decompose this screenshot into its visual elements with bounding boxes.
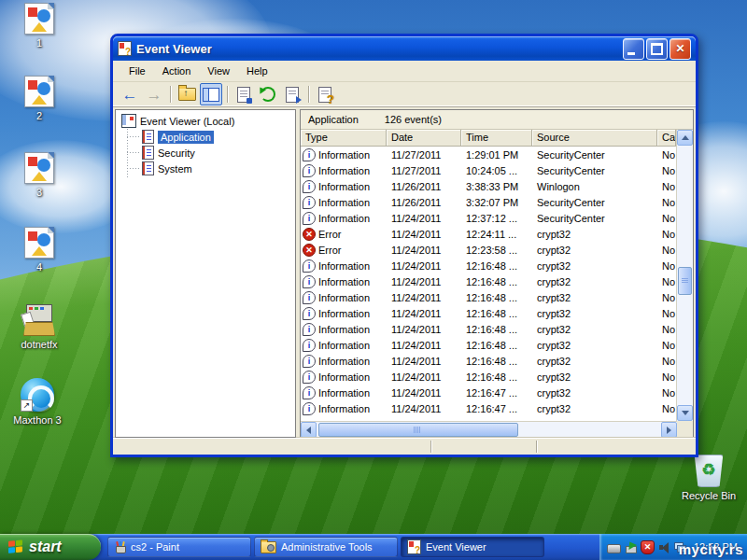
cell-source: crypt32 bbox=[532, 324, 657, 335]
usb-storage-icon[interactable] bbox=[625, 541, 637, 553]
desktop-icon-maxthon[interactable]: ↗ Maxthon 3 bbox=[8, 378, 66, 426]
forward-button[interactable]: → bbox=[143, 83, 165, 105]
cell-source: crypt32 bbox=[532, 403, 657, 414]
maximize-button[interactable] bbox=[646, 38, 668, 60]
scroll-down-button[interactable] bbox=[677, 405, 693, 421]
table-row[interactable]: iInformation11/24/201112:16:48 ...crypt3… bbox=[301, 353, 676, 369]
table-row[interactable]: iInformation11/24/201112:16:48 ...crypt3… bbox=[301, 337, 676, 353]
column-header-time[interactable]: Time bbox=[461, 130, 532, 147]
desktop-icon-1[interactable]: 1 bbox=[10, 3, 68, 49]
table-row[interactable]: ✕Error11/24/201112:24:11 ...crypt32No bbox=[301, 226, 676, 242]
table-row[interactable]: iInformation11/24/201112:37:12 ...Securi… bbox=[301, 210, 676, 226]
table-row[interactable]: iInformation11/24/201112:16:48 ...crypt3… bbox=[301, 321, 676, 337]
back-button[interactable]: ← bbox=[119, 83, 141, 105]
start-button[interactable]: start bbox=[0, 534, 101, 560]
horizontal-scroll-track[interactable] bbox=[317, 422, 661, 437]
tree-item-system[interactable]: System bbox=[116, 161, 295, 176]
table-row[interactable]: iInformation11/24/201112:16:48 ...crypt3… bbox=[301, 258, 676, 273]
start-button-label: start bbox=[29, 539, 62, 555]
taskbar-button-administrative-tools[interactable]: Administrative Tools bbox=[254, 537, 398, 557]
horizontal-scroll-thumb[interactable] bbox=[318, 423, 518, 437]
export-list-button[interactable] bbox=[281, 83, 303, 105]
desktop-icon-3[interactable]: 3 bbox=[10, 152, 68, 198]
properties-icon bbox=[237, 87, 250, 103]
vertical-scroll-track[interactable] bbox=[677, 146, 693, 405]
safely-remove-hardware-icon[interactable] bbox=[607, 544, 621, 553]
menu-action[interactable]: Action bbox=[154, 63, 200, 78]
arrow-down-icon bbox=[682, 411, 689, 415]
security-shield-alert-icon[interactable]: ✕ bbox=[641, 540, 655, 554]
scroll-right-button[interactable] bbox=[661, 422, 677, 438]
table-row[interactable]: iInformation11/24/201112:16:47 ...crypt3… bbox=[301, 400, 676, 416]
table-row[interactable]: iInformation11/24/201112:16:48 ...crypt3… bbox=[301, 289, 676, 305]
taskbar-button-event-viewer[interactable]: Event Viewer bbox=[401, 537, 544, 557]
cell-category: No bbox=[657, 181, 676, 192]
cell-source: crypt32 bbox=[532, 308, 657, 319]
tree-root-event-viewer-local[interactable]: Event Viewer (Local) bbox=[116, 113, 295, 129]
column-header-type[interactable]: Type bbox=[301, 130, 387, 147]
cell-date: 11/24/2011 bbox=[387, 340, 461, 351]
information-icon: i bbox=[303, 339, 316, 352]
cell-time: 10:24:05 ... bbox=[461, 165, 532, 176]
desktop-icon-recycle-bin[interactable]: ♻ Recycle Bin bbox=[680, 455, 738, 501]
volume-icon[interactable] bbox=[658, 541, 670, 553]
tree-item-security[interactable]: Security bbox=[116, 145, 295, 161]
table-row[interactable]: iInformation11/24/201112:16:48 ...crypt3… bbox=[301, 273, 676, 289]
cell-type: iInformation bbox=[301, 275, 387, 288]
cell-category: No bbox=[657, 197, 676, 208]
menu-help[interactable]: Help bbox=[238, 63, 276, 78]
cell-date: 11/24/2011 bbox=[387, 324, 461, 335]
properties-button[interactable] bbox=[233, 83, 255, 105]
table-row[interactable]: iInformation11/24/201112:16:48 ...crypt3… bbox=[301, 305, 676, 321]
table-row[interactable]: iInformation11/24/201112:16:48 ...crypt3… bbox=[301, 369, 676, 385]
window-titlebar[interactable]: Event Viewer ✕ bbox=[113, 36, 696, 61]
show-hide-console-tree-button[interactable] bbox=[200, 83, 222, 105]
cell-source: crypt32 bbox=[532, 371, 657, 383]
column-header-category[interactable]: Ca bbox=[657, 130, 676, 147]
cell-type: iInformation bbox=[301, 355, 387, 368]
admin-tools-folder-icon bbox=[261, 541, 276, 553]
cell-time: 12:16:47 ... bbox=[461, 403, 532, 414]
cell-source: SecurityCenter bbox=[532, 149, 657, 161]
information-icon: i bbox=[303, 371, 316, 384]
cell-source: crypt32 bbox=[532, 276, 657, 287]
cell-source: crypt32 bbox=[532, 260, 657, 272]
tree-item-application[interactable]: Application bbox=[116, 129, 295, 145]
close-button[interactable]: ✕ bbox=[669, 38, 691, 60]
menu-file[interactable]: File bbox=[120, 63, 154, 78]
refresh-button[interactable] bbox=[257, 83, 279, 105]
horizontal-scrollbar[interactable] bbox=[301, 421, 677, 437]
table-row[interactable]: iInformation11/26/20113:32:07 PMSecurity… bbox=[301, 194, 676, 210]
table-row[interactable]: iInformation11/24/201112:16:47 ...crypt3… bbox=[301, 385, 676, 400]
cell-type: iInformation bbox=[301, 402, 387, 415]
desktop-icon-dotnetfx[interactable]: dotnetfx bbox=[10, 304, 68, 350]
column-header-source[interactable]: Source bbox=[532, 130, 657, 147]
vertical-scrollbar[interactable] bbox=[676, 130, 693, 421]
cell-category: No bbox=[657, 324, 676, 335]
desktop-icon-2[interactable]: 2 bbox=[10, 76, 68, 121]
scroll-up-button[interactable] bbox=[677, 130, 693, 146]
table-row[interactable]: ✕Error11/24/201112:23:58 ...crypt32No bbox=[301, 242, 676, 258]
table-row[interactable]: iInformation11/26/20113:38:33 PMWinlogon… bbox=[301, 178, 676, 194]
desktop-icon-4[interactable]: 4 bbox=[10, 227, 68, 273]
result-header: Application 126 event(s) bbox=[301, 110, 693, 130]
cell-date: 11/27/2011 bbox=[387, 149, 461, 161]
result-pane: Application 126 event(s) Type Date Time … bbox=[300, 109, 694, 438]
table-row[interactable]: iInformation11/27/201110:24:05 ...Securi… bbox=[301, 162, 676, 178]
table-row[interactable]: iInformation11/27/20111:29:01 PMSecurity… bbox=[301, 147, 676, 162]
cell-source: crypt32 bbox=[532, 292, 657, 303]
scroll-left-button[interactable] bbox=[301, 422, 317, 438]
cell-date: 11/24/2011 bbox=[387, 260, 461, 272]
desktop: 1 2 3 4 dotnetfx ↗ Maxthon 3 ♻ Recycle B… bbox=[0, 0, 747, 560]
help-button[interactable]: ? bbox=[314, 83, 336, 105]
cell-category: No bbox=[657, 276, 676, 287]
cell-type: iInformation bbox=[301, 386, 387, 399]
maximize-icon bbox=[651, 43, 663, 55]
vertical-scroll-thumb[interactable] bbox=[678, 267, 692, 295]
taskbar-button-paint[interactable]: cs2 - Paint bbox=[107, 537, 251, 557]
minimize-button[interactable] bbox=[623, 38, 644, 60]
cell-category: No bbox=[657, 149, 676, 161]
column-header-date[interactable]: Date bbox=[387, 130, 461, 147]
up-one-level-button[interactable]: ↑ bbox=[176, 83, 198, 105]
menu-view[interactable]: View bbox=[199, 63, 238, 78]
